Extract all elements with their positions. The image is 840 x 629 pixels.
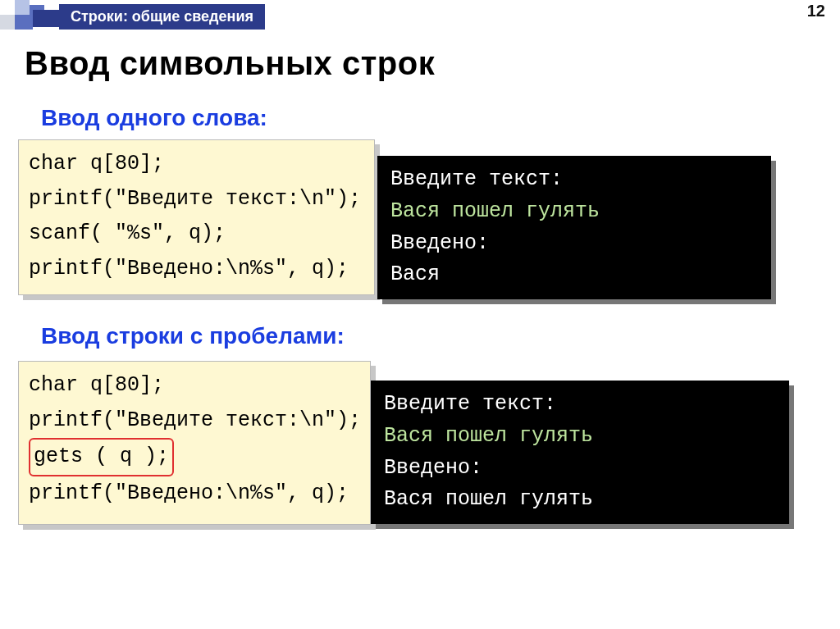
section1-heading: Ввод одного слова: bbox=[41, 105, 267, 131]
code-line: printf("Введите текст:\n"); bbox=[29, 403, 360, 439]
terminal-line: Вася пошел гулять bbox=[384, 487, 593, 511]
code-line: scanf( "%s", q); bbox=[29, 217, 364, 252]
terminal-line: Вася bbox=[390, 262, 440, 286]
gets-highlight: gets ( q ); bbox=[29, 438, 174, 476]
decorative-squares bbox=[0, 0, 59, 30]
terminal-line: Введено: bbox=[384, 456, 482, 480]
code-line: printf("Введите текст:\n"); bbox=[29, 182, 364, 217]
page-number: 12 bbox=[807, 2, 825, 21]
code-block-2: char q[80]; printf("Введите текст:\n"); … bbox=[18, 361, 371, 525]
terminal-output-2: Введите текст: Вася пошел гулять Введено… bbox=[371, 381, 789, 524]
terminal-line: Введено: bbox=[390, 231, 489, 255]
breadcrumb: Строки: общие сведения bbox=[59, 4, 265, 30]
terminal-user-input: Вася пошел гулять bbox=[390, 199, 600, 223]
code-line: printf("Введено:\n%s", q); bbox=[29, 252, 364, 287]
terminal-user-input: Вася пошел гулять bbox=[384, 424, 593, 448]
page-title: Ввод символьных строк bbox=[25, 45, 435, 82]
code-line: gets ( q ); bbox=[29, 438, 360, 476]
terminal-line: Введите текст: bbox=[384, 392, 556, 416]
code-line: printf("Введено:\n%s", q); bbox=[29, 476, 360, 512]
code-line: char q[80]; bbox=[29, 368, 360, 403]
terminal-output-1: Введите текст: Вася пошел гулять Введено… bbox=[377, 156, 771, 299]
terminal-line: Введите текст: bbox=[390, 167, 563, 191]
code-block-1: char q[80]; printf("Введите текст:\n"); … bbox=[18, 139, 375, 295]
section2-heading: Ввод строки с пробелами: bbox=[41, 323, 345, 349]
code-line: char q[80]; bbox=[29, 147, 364, 182]
